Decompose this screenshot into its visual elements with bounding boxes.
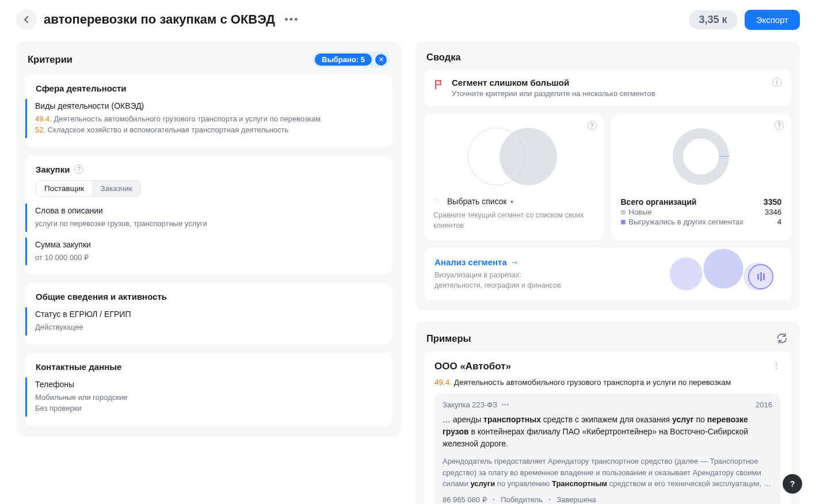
purchase-role: Победитель <box>501 495 543 504</box>
card-title: Сфера деятельности <box>36 83 382 93</box>
info-icon[interactable]: ? <box>588 121 597 130</box>
criteria-title: Критерии <box>28 54 73 65</box>
arrow-right-icon: → <box>510 257 519 267</box>
summary-panel: Сводка Сегмент слишком большой Уточните … <box>415 41 800 310</box>
card-title: Общие сведения и активность <box>36 292 382 301</box>
criterion-okved: Виды деятельности (ОКВЭД) 49.4. Деятельн… <box>25 99 382 138</box>
exported-value: 4 <box>777 217 781 226</box>
result-count-badge: 3,35 к <box>689 10 738 29</box>
purchase-amount: 86 965 080 ₽ <box>443 495 487 504</box>
purchase-description: Арендодатель предоставляет Арендатору тр… <box>443 456 772 490</box>
purchase-card[interactable]: Закупка 223-ФЗ ••• 2016 … аренды транспо… <box>434 394 780 504</box>
example-company-name[interactable]: ООО «Автобот» <box>434 361 511 372</box>
donut-chart <box>621 122 782 191</box>
examples-panel: Примеры ООО «Автобот» ⋮ 49.4. Деятельнос… <box>415 322 800 504</box>
page-title: автоперевозки по закупкам с ОКВЭД <box>44 12 275 27</box>
compare-card: ? ♡ Выбрать список ▾ Сравните текущий се… <box>424 114 604 240</box>
totals-card: ? Всего организаций3350 Новые3346 Выгруж… <box>612 114 791 240</box>
criterion-keywords: Слова в описании услуги по перевозке гру… <box>25 204 382 232</box>
card-title: Закупки <box>36 165 70 174</box>
purchase-tag: Закупка 223-ФЗ <box>443 400 497 409</box>
selected-count-chip: Выбрано: 5 <box>315 54 372 66</box>
purchase-year: 2016 <box>756 400 772 409</box>
card-title: Контактные данные <box>36 362 382 372</box>
chevron-down-icon: ▾ <box>510 198 513 205</box>
criterion-line: Действующее <box>35 322 382 333</box>
summary-title: Сводка <box>426 52 461 63</box>
alert-title: Сегмент слишком большой <box>452 78 655 87</box>
clear-filters-icon[interactable]: ✕ <box>375 54 387 66</box>
new-value: 3346 <box>765 208 781 216</box>
info-icon[interactable]: i <box>772 78 781 87</box>
select-list-dropdown[interactable]: ♡ Выбрать список ▾ <box>433 197 594 206</box>
venn-diagram <box>433 122 594 191</box>
segment-too-large-alert: Сегмент слишком большой Уточните критери… <box>424 70 791 106</box>
total-value: 3350 <box>764 197 781 207</box>
alert-subtitle: Уточните критерии или разделите на неско… <box>452 89 655 98</box>
legend-dot-grey <box>621 210 626 215</box>
purchase-title: … аренды транспортных средств с экипажем… <box>443 414 772 450</box>
criterion-title: Телефоны <box>35 380 382 389</box>
heart-icon: ♡ <box>433 197 440 206</box>
arrow-left-icon <box>21 14 32 25</box>
more-menu-button[interactable]: ••• <box>282 10 302 29</box>
page-header: автоперевозки по закупкам с ОКВЭД ••• 3,… <box>16 9 800 30</box>
svg-point-0 <box>678 133 724 180</box>
purchase-status: Завершена <box>556 495 596 504</box>
flag-icon <box>433 79 445 90</box>
criterion-line: Мобильные или городские <box>35 392 382 403</box>
total-label: Всего организаций <box>621 197 697 207</box>
analysis-sub2: деятельности, географии и финансов <box>434 281 642 291</box>
compare-hint: Сравните текущий сегмент со списком свои… <box>433 211 594 231</box>
legend-dot-purple <box>621 220 626 224</box>
criteria-card-purchases[interactable]: Закупки ? Поставщик Заказчик Слова в опи… <box>25 155 392 275</box>
criterion-line: от 10 000 000 ₽ <box>35 253 382 264</box>
info-icon[interactable]: ? <box>775 121 784 130</box>
example-more-icon[interactable]: ⋮ <box>772 361 780 370</box>
role-toggle[interactable]: Поставщик Заказчик <box>36 180 141 197</box>
criterion-title: Статус в ЕГРЮЛ / ЕГРИП <box>35 310 382 319</box>
examples-title: Примеры <box>426 333 471 344</box>
criterion-title: Виды деятельности (ОКВЭД) <box>35 101 382 110</box>
chart-badge-icon <box>748 264 773 289</box>
example-okved: 49.4. Деятельность автомобильного грузов… <box>434 378 780 387</box>
selected-filters-chip[interactable]: Выбрано: 5 ✕ <box>312 52 390 67</box>
criteria-card-contacts[interactable]: Контактные данные Телефоны Мобильные или… <box>25 353 392 426</box>
criterion-line: 49.4. Деятельность автомобильного грузов… <box>35 114 382 125</box>
criteria-panel: Критерии Выбрано: 5 ✕ Сфера деятельности… <box>16 41 401 436</box>
toggle-supplier[interactable]: Поставщик <box>36 181 92 196</box>
criterion-title: Сумма закупки <box>35 240 382 249</box>
criterion-status: Статус в ЕГРЮЛ / ЕГРИП Действующее <box>25 307 382 335</box>
purchase-footer: 86 965 080 ₽ • Победитель • Завершена <box>443 495 772 504</box>
criterion-line: 52. Складское хозяйство и вспомогательна… <box>35 125 382 136</box>
back-button[interactable] <box>16 9 37 30</box>
help-icon[interactable]: ? <box>74 165 83 174</box>
criterion-amount: Сумма закупки от 10 000 000 ₽ <box>25 238 382 266</box>
criterion-phones: Телефоны Мобильные или городские Без про… <box>25 377 382 417</box>
criterion-line: услуги по перевозке грузов, транспортные… <box>35 219 382 230</box>
analysis-sub1: Визуализация в разрезах: <box>434 270 642 281</box>
help-fab-button[interactable]: ? <box>783 474 802 494</box>
example-card: ООО «Автобот» ⋮ 49.4. Деятельность автом… <box>424 352 791 504</box>
analysis-card[interactable]: Анализ сегмента → Визуализация в разреза… <box>424 248 791 300</box>
toggle-customer[interactable]: Заказчик <box>92 181 140 196</box>
criterion-title: Слова в описании <box>35 206 382 215</box>
refresh-icon[interactable] <box>776 332 788 345</box>
criteria-card-activity[interactable]: Сфера деятельности Виды деятельности (ОК… <box>25 74 392 147</box>
criteria-card-general[interactable]: Общие сведения и активность Статус в ЕГР… <box>25 282 392 345</box>
criterion-line: Без проверки <box>35 403 382 414</box>
export-button[interactable]: Экспорт <box>745 10 800 30</box>
